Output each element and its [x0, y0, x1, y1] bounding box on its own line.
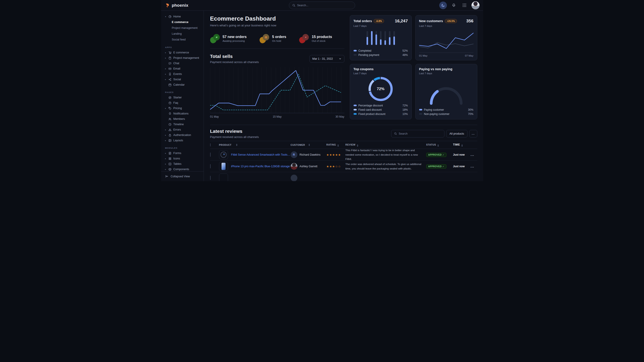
reviews-table: PRODUCTCUSTOMERRATINGREVIEWSTATUSTIMEFit…: [210, 141, 477, 181]
legend-percentage-discount: Percentage discount72%: [354, 103, 408, 107]
caret-down-icon: ▾: [165, 16, 167, 18]
sidebar-subitem-landing[interactable]: Landing: [165, 31, 202, 37]
table-header-row: PRODUCTCUSTOMERRATINGREVIEWSTATUSTIME: [210, 141, 477, 149]
legend-swatch: [419, 113, 422, 115]
apps-grid-button[interactable]: [461, 1, 468, 9]
product-link[interactable]: Fitbit Sense Advanced Smartwatch with To…: [231, 153, 291, 156]
sidebar-item-calendar[interactable]: Calendar: [165, 82, 202, 87]
sidebar-item-components[interactable]: ▸Components: [165, 167, 202, 171]
customer-name: Ashley Garrett: [300, 165, 318, 168]
sidebar-item-starter[interactable]: Starter: [165, 95, 202, 100]
sidebar-item-layouts[interactable]: ▸Layouts: [165, 138, 202, 143]
sidebar-item-errors[interactable]: ▸Errors: [165, 127, 202, 132]
sells-series-solid: [210, 70, 341, 109]
column-header-status[interactable]: STATUS: [426, 143, 453, 147]
sidebar-item-chat[interactable]: Chat: [165, 61, 202, 66]
sidebar-item-timeline[interactable]: Timeline: [165, 122, 202, 127]
collapse-sidebar-button[interactable]: Collapsed View: [161, 171, 204, 181]
x-label-mid: 15 May: [273, 115, 282, 118]
total-orders-card: Total orders -6.8% 16,247 Last 7 days Co…: [350, 15, 412, 60]
row-checkbox[interactable]: [210, 164, 210, 168]
order-bar-fill: [384, 40, 386, 45]
page-subtitle: Here's what's going on at your business …: [210, 24, 344, 27]
order-bar-fill: [394, 36, 395, 45]
product-thumbnail-empty: [219, 174, 228, 181]
select-all-checkbox[interactable]: [210, 143, 210, 146]
column-header-rating[interactable]: RATING: [326, 143, 346, 147]
column-header-customer[interactable]: CUSTOMER: [291, 144, 326, 146]
row-checkbox[interactable]: [210, 176, 210, 180]
search-icon: [394, 132, 397, 135]
order-bar-6: [389, 31, 390, 45]
sidebar-item-project-management[interactable]: ▸Project management: [165, 55, 202, 61]
customer-avatar: R: [291, 151, 298, 158]
sidebar-subitem-project-management[interactable]: Project management: [165, 25, 202, 31]
caret-right-icon: ▸: [165, 129, 167, 131]
sidebar-item-events[interactable]: ▸Events: [165, 71, 202, 77]
sidebar-item-label: Notifications: [174, 112, 189, 115]
global-search[interactable]: [289, 1, 355, 9]
sidebar-item-social[interactable]: ▸Social: [165, 77, 202, 82]
sidebar-item-notifications[interactable]: Notifications: [165, 111, 202, 116]
all-products-button[interactable]: All products: [446, 130, 468, 137]
column-header-review[interactable]: REVIEW: [346, 143, 426, 147]
compass-icon: [168, 96, 172, 99]
green-blob-icon: ★: [210, 34, 220, 43]
row-checkbox[interactable]: [210, 152, 210, 157]
customers-series-current: [419, 33, 474, 48]
sells-series-dashed: [210, 74, 341, 110]
search-icon: [292, 4, 295, 7]
row-checkbox-cell: [210, 164, 219, 168]
sidebar-item-tables[interactable]: ▸Tables: [165, 161, 202, 167]
reviews-search-input[interactable]: [399, 132, 442, 135]
top-coupons-donut-chart: 72%: [354, 75, 408, 103]
caret-right-icon: ▸: [165, 107, 167, 109]
x-label-start: 01 May: [210, 115, 219, 118]
sidebar-item-label: Components: [174, 168, 189, 171]
customer-cell: Ashley Garrett: [291, 163, 326, 170]
table-row: iPhone 13 pro max-Pacific Blue-128GB sto…: [210, 161, 477, 172]
sidebar-item-faq[interactable]: Faq: [165, 100, 202, 105]
column-header-product[interactable]: PRODUCT: [219, 144, 291, 146]
product-link[interactable]: iPhone 13 pro max-Pacific Blue-128GB sto…: [231, 165, 290, 168]
new-customers-card: New customers +26.5% 356 Last 7 days 01 …: [415, 15, 477, 60]
total-orders-value: 16,247: [395, 18, 408, 23]
user-avatar[interactable]: [472, 1, 480, 9]
sidebar-item-forms[interactable]: ▸Forms: [165, 150, 202, 156]
layout-icon: [168, 139, 172, 142]
sidebar-subitem-e-commerce[interactable]: E commerce: [165, 19, 202, 25]
customer-avatar: [291, 175, 298, 181]
total-orders-badge: -6.8%: [374, 19, 384, 23]
top-coupons-legend: Percentage discount72%Fixed card discoun…: [354, 103, 408, 116]
stat-15-products: ×15 productsOut of stock: [299, 34, 332, 43]
sidebar-item-label: Events: [174, 72, 182, 76]
sidebar-item-e-commerce[interactable]: ▸E commerce: [165, 50, 202, 55]
legend-label: Pending payment: [358, 53, 379, 56]
sidebar-item-label: E commerce: [174, 51, 189, 54]
clock-icon: [168, 122, 172, 126]
sidebar-item-icons[interactable]: ▸Icons: [165, 156, 202, 161]
legend-swatch: [354, 50, 357, 51]
sidebar-item-members[interactable]: Members: [165, 116, 202, 122]
global-search-input[interactable]: [297, 4, 352, 7]
sidebar-item-home[interactable]: ▾Home: [165, 14, 202, 19]
phoenix-flame-icon: [165, 3, 170, 8]
row-more-button[interactable]: ...: [470, 153, 477, 157]
order-bar-fill: [376, 34, 377, 45]
sidebar-nav: ▾HomeE commerceProject managementLanding…: [161, 14, 204, 171]
sidebar-item-email[interactable]: ▸Email: [165, 66, 202, 71]
section-label-modules: MODULES: [165, 147, 202, 149]
row-more-button[interactable]: ...: [470, 164, 477, 168]
new-customers-title: New customers: [419, 19, 443, 23]
theme-toggle-button[interactable]: [439, 1, 447, 9]
date-range-select[interactable]: Mar 1 - 31, 2022: [310, 55, 344, 63]
sidebar-item-authentication[interactable]: ▸Authentication: [165, 132, 202, 138]
column-header-time[interactable]: TIME: [453, 143, 470, 147]
reviews-more-button[interactable]: ...: [469, 130, 477, 137]
sidebar-subitem-social-feed[interactable]: Social feed: [165, 37, 202, 42]
reviews-search[interactable]: [391, 130, 444, 137]
collapse-label: Collapsed View: [171, 175, 190, 178]
brand-logo[interactable]: phoenix: [165, 3, 188, 8]
sidebar-item-pricing[interactable]: ▸Pricing: [165, 105, 202, 111]
notifications-button[interactable]: [450, 1, 458, 9]
